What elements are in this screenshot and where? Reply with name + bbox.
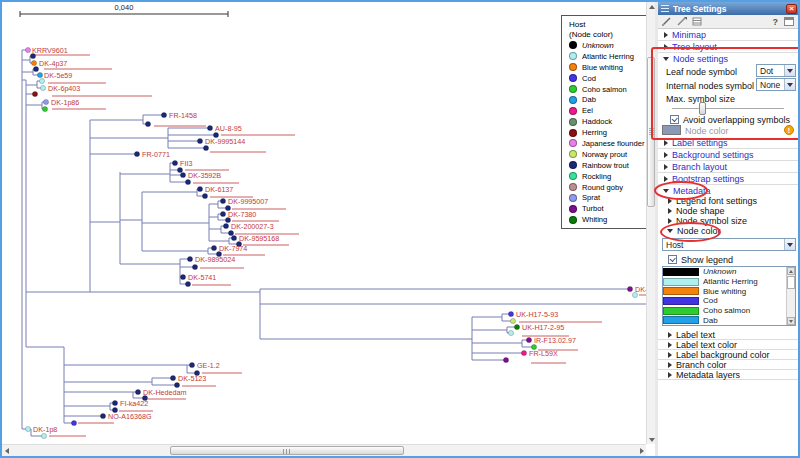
tip-label[interactable]: KRRV9601	[32, 46, 68, 55]
host-color-row[interactable]: Cod	[663, 296, 795, 306]
tip-label[interactable]: AU-8-95	[215, 124, 242, 133]
layers-icon[interactable]	[691, 16, 703, 27]
listbox-scrollbar-thumb[interactable]	[787, 276, 795, 289]
pen-icon[interactable]	[676, 16, 688, 27]
tip-node[interactable]	[43, 99, 48, 104]
tip-label[interactable]: FR-0771	[142, 150, 170, 159]
subsection-label-background-color[interactable]: Label background color	[658, 350, 798, 360]
tree-view[interactable]: 0,040KRRV9601DK-4p37DK-5e59DK-6p403DK-1p…	[2, 2, 646, 456]
subsection-label-text[interactable]: Label text	[658, 330, 798, 340]
tip-node[interactable]	[510, 318, 515, 323]
metadata-column-select[interactable]: Host	[662, 238, 796, 251]
scroll-right-button[interactable]	[637, 446, 646, 455]
tip-node[interactable]	[37, 72, 42, 77]
tip-label[interactable]: DK-9995007	[228, 197, 268, 206]
tree-horizontal-scrollbar[interactable]	[2, 444, 646, 457]
pencil-icon[interactable]	[661, 16, 673, 27]
section-label-settings[interactable]: Label settings	[658, 137, 798, 149]
tip-node[interactable]	[223, 223, 228, 228]
scroll-up-button[interactable]	[787, 267, 795, 275]
tip-label[interactable]: UK-H17-2-95	[522, 323, 564, 332]
host-color-listbox[interactable]: UnknownAtlantic HerringBlue whitingCodCo…	[662, 266, 796, 326]
tip-label[interactable]: GE-1.2	[197, 361, 220, 370]
subsection-node-symbol-size[interactable]: Node symbol size	[658, 216, 798, 226]
tip-node[interactable]	[220, 198, 225, 203]
close-button[interactable]: ×	[786, 4, 797, 14]
tip-node[interactable]	[526, 337, 531, 342]
tip-label[interactable]: DK-9595168	[239, 234, 279, 243]
symbol-size-slider-thumb[interactable]	[699, 102, 706, 115]
tip-node[interactable]	[514, 324, 519, 329]
subsection-branch-color[interactable]: Branch color	[658, 360, 798, 370]
section-branch-layout[interactable]: Branch layout	[658, 161, 798, 173]
tip-node[interactable]	[189, 362, 194, 367]
tip-node[interactable]	[220, 211, 225, 216]
subsection-metadata-layers[interactable]: Metadata layers	[658, 370, 798, 380]
dock-panel-icon[interactable]	[784, 17, 794, 26]
tip-label[interactable]: UK-H17-5-93	[516, 310, 558, 319]
tip-label[interactable]: DK-5123	[178, 374, 206, 383]
avoid-overlapping-checkbox[interactable]	[670, 115, 679, 124]
show-legend-checkbox[interactable]	[668, 255, 677, 264]
tip-label[interactable]: DK-9895024	[195, 255, 235, 264]
horizontal-scrollbar-thumb[interactable]	[170, 446, 404, 455]
tip-node[interactable]	[508, 330, 513, 335]
host-color-row[interactable]: Eel	[663, 325, 795, 326]
section-minimap[interactable]: Minimap	[658, 29, 798, 41]
tip-node[interactable]	[180, 172, 185, 177]
tip-node[interactable]	[521, 350, 526, 355]
section-tree-layout[interactable]: Tree layout	[658, 41, 798, 53]
tip-node[interactable]	[231, 235, 236, 240]
tip-node[interactable]	[25, 47, 30, 52]
tip-node[interactable]	[192, 264, 197, 269]
host-color-row[interactable]: Atlantic Herring	[663, 277, 795, 287]
tip-node[interactable]	[100, 413, 105, 418]
subsection-legend-font-settings[interactable]: Legend font settings	[658, 196, 798, 206]
tip-node[interactable]	[170, 375, 175, 380]
subsection-label-text-color[interactable]: Label text color	[658, 340, 798, 350]
symbol-size-slider-track[interactable]	[672, 108, 784, 109]
tip-node[interactable]	[187, 256, 192, 261]
tip-label[interactable]: DK-6137	[205, 185, 233, 194]
leaf-node-symbol-select[interactable]: Dot	[756, 64, 796, 77]
tip-label[interactable]: DK-Hededam	[143, 388, 187, 397]
tip-node[interactable]	[71, 420, 76, 425]
dropdown-button[interactable]	[784, 65, 795, 76]
vertical-scrollbar-thumb[interactable]	[647, 57, 655, 207]
tip-label[interactable]: DK-200027-3	[231, 222, 274, 231]
tip-node[interactable]	[627, 286, 632, 291]
subsection-node-color[interactable]: Node color	[658, 226, 798, 236]
tip-node[interactable]	[41, 433, 46, 438]
tip-label[interactable]: FII3	[180, 159, 192, 168]
tip-node[interactable]	[172, 160, 177, 165]
tip-label[interactable]: IR-F13.02.97	[534, 336, 576, 345]
scroll-left-button[interactable]	[2, 446, 11, 455]
tip-node[interactable]	[203, 145, 208, 150]
host-color-row[interactable]: Unknown	[663, 267, 795, 277]
tip-node[interactable]	[197, 138, 202, 143]
tip-node[interactable]	[503, 357, 508, 362]
dropdown-button[interactable]	[784, 239, 795, 250]
tip-label[interactable]: DK-1p86	[51, 98, 79, 107]
tip-node[interactable]	[177, 167, 182, 172]
tip-node[interactable]	[180, 274, 185, 279]
tip-node[interactable]	[207, 125, 212, 130]
tip-node[interactable]	[202, 193, 207, 198]
tip-label[interactable]: DK-9995144	[205, 137, 245, 146]
tip-node[interactable]	[112, 400, 117, 405]
tip-node[interactable]	[134, 151, 139, 156]
tip-label[interactable]: DK-1	[635, 285, 646, 294]
section-background-settings[interactable]: Background settings	[658, 149, 798, 161]
host-color-row[interactable]: Coho salmon	[663, 306, 795, 316]
tip-node[interactable]	[40, 85, 45, 90]
host-color-row[interactable]: Dab	[663, 315, 795, 325]
tip-label[interactable]: DK-3592B	[188, 171, 221, 180]
tip-node[interactable]	[32, 91, 37, 96]
tip-label[interactable]: DK-7380	[228, 210, 256, 219]
tip-node[interactable]	[508, 311, 513, 316]
tip-node[interactable]	[185, 281, 190, 286]
tip-label[interactable]: NO-A16368G	[108, 412, 152, 421]
section-bootstrap-settings[interactable]: Bootstrap settings	[658, 173, 798, 185]
tip-label[interactable]: DK-1p8	[33, 425, 57, 434]
tip-node[interactable]	[33, 66, 38, 71]
